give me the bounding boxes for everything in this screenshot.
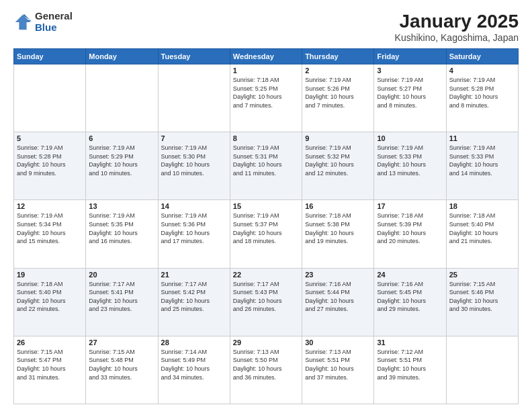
- table-row: 11Sunrise: 7:19 AM Sunset: 5:33 PM Dayli…: [446, 132, 518, 200]
- table-row: 31Sunrise: 7:12 AM Sunset: 5:51 PM Dayli…: [374, 336, 446, 404]
- table-row: 12Sunrise: 7:19 AM Sunset: 5:34 PM Dayli…: [14, 200, 86, 268]
- day-number: 8: [233, 134, 299, 142]
- logo-blue-label: Blue: [35, 22, 73, 34]
- day-info: Sunrise: 7:15 AM Sunset: 5:48 PM Dayligh…: [89, 348, 154, 381]
- calendar-week-row: 26Sunrise: 7:15 AM Sunset: 5:47 PM Dayli…: [14, 336, 519, 404]
- table-row: 21Sunrise: 7:17 AM Sunset: 5:42 PM Dayli…: [158, 268, 230, 336]
- table-row: 9Sunrise: 7:19 AM Sunset: 5:32 PM Daylig…: [302, 132, 374, 200]
- day-info: Sunrise: 7:19 AM Sunset: 5:26 PM Dayligh…: [305, 76, 371, 109]
- day-number: 7: [161, 134, 227, 142]
- table-row: 7Sunrise: 7:19 AM Sunset: 5:30 PM Daylig…: [158, 132, 230, 200]
- table-row: [14, 64, 86, 132]
- day-info: Sunrise: 7:15 AM Sunset: 5:46 PM Dayligh…: [449, 280, 515, 314]
- col-sunday: Sunday: [14, 49, 86, 64]
- day-number: 19: [17, 271, 83, 279]
- day-number: 31: [377, 338, 443, 347]
- table-row: 5Sunrise: 7:19 AM Sunset: 5:28 PM Daylig…: [14, 132, 86, 200]
- day-number: 13: [89, 202, 154, 210]
- page: General Blue January 2025 Kushikino, Kag…: [0, 0, 532, 411]
- day-number: 1: [233, 66, 299, 75]
- day-info: Sunrise: 7:19 AM Sunset: 5:33 PM Dayligh…: [449, 144, 515, 177]
- day-info: Sunrise: 7:17 AM Sunset: 5:42 PM Dayligh…: [161, 280, 227, 314]
- day-number: 3: [377, 66, 443, 75]
- day-info: Sunrise: 7:19 AM Sunset: 5:27 PM Dayligh…: [377, 76, 443, 109]
- day-info: Sunrise: 7:18 AM Sunset: 5:38 PM Dayligh…: [305, 212, 371, 245]
- day-number: 21: [161, 271, 227, 279]
- calendar-week-row: 5Sunrise: 7:19 AM Sunset: 5:28 PM Daylig…: [14, 132, 519, 200]
- logo-icon: [13, 13, 32, 32]
- table-row: 18Sunrise: 7:18 AM Sunset: 5:40 PM Dayli…: [446, 200, 518, 268]
- table-row: 1Sunrise: 7:18 AM Sunset: 5:25 PM Daylig…: [230, 64, 302, 132]
- calendar-week-row: 12Sunrise: 7:19 AM Sunset: 5:34 PM Dayli…: [14, 200, 519, 268]
- table-row: [86, 64, 158, 132]
- table-row: 30Sunrise: 7:13 AM Sunset: 5:51 PM Dayli…: [302, 336, 374, 404]
- day-number: 18: [449, 202, 515, 210]
- table-row: 17Sunrise: 7:18 AM Sunset: 5:39 PM Dayli…: [374, 200, 446, 268]
- calendar-title: January 2025: [395, 11, 519, 32]
- day-info: Sunrise: 7:19 AM Sunset: 5:29 PM Dayligh…: [89, 144, 154, 177]
- day-number: 11: [449, 134, 515, 142]
- day-number: 14: [161, 202, 227, 210]
- table-row: 24Sunrise: 7:16 AM Sunset: 5:45 PM Dayli…: [374, 268, 446, 336]
- day-number: 12: [17, 202, 83, 210]
- day-info: Sunrise: 7:19 AM Sunset: 5:36 PM Dayligh…: [161, 212, 227, 245]
- day-number: 25: [449, 271, 515, 279]
- day-info: Sunrise: 7:13 AM Sunset: 5:51 PM Dayligh…: [305, 348, 371, 381]
- day-number: 2: [305, 66, 371, 75]
- svg-marker-1: [15, 14, 30, 29]
- table-row: 13Sunrise: 7:19 AM Sunset: 5:35 PM Dayli…: [86, 200, 158, 268]
- table-row: 2Sunrise: 7:19 AM Sunset: 5:26 PM Daylig…: [302, 64, 374, 132]
- calendar-week-row: 1Sunrise: 7:18 AM Sunset: 5:25 PM Daylig…: [14, 64, 519, 132]
- table-row: 23Sunrise: 7:16 AM Sunset: 5:44 PM Dayli…: [302, 268, 374, 336]
- day-number: 4: [449, 66, 515, 75]
- calendar-header-row: Sunday Monday Tuesday Wednesday Thursday…: [14, 49, 519, 64]
- day-number: 20: [89, 271, 154, 279]
- day-number: 22: [233, 271, 299, 279]
- day-number: 26: [17, 338, 83, 347]
- table-row: 14Sunrise: 7:19 AM Sunset: 5:36 PM Dayli…: [158, 200, 230, 268]
- day-info: Sunrise: 7:15 AM Sunset: 5:47 PM Dayligh…: [17, 348, 83, 381]
- day-info: Sunrise: 7:16 AM Sunset: 5:44 PM Dayligh…: [305, 280, 371, 314]
- day-info: Sunrise: 7:17 AM Sunset: 5:43 PM Dayligh…: [233, 280, 299, 314]
- day-number: 9: [305, 134, 371, 142]
- day-number: 17: [377, 202, 443, 210]
- calendar-table: Sunday Monday Tuesday Wednesday Thursday…: [13, 48, 519, 404]
- logo: General Blue: [13, 11, 73, 33]
- day-info: Sunrise: 7:19 AM Sunset: 5:33 PM Dayligh…: [377, 144, 443, 177]
- day-number: 15: [233, 202, 299, 210]
- day-info: Sunrise: 7:19 AM Sunset: 5:28 PM Dayligh…: [17, 144, 83, 177]
- day-info: Sunrise: 7:19 AM Sunset: 5:32 PM Dayligh…: [305, 144, 371, 177]
- day-info: Sunrise: 7:19 AM Sunset: 5:35 PM Dayligh…: [89, 212, 154, 245]
- col-wednesday: Wednesday: [230, 49, 302, 64]
- calendar-subtitle: Kushikino, Kagoshima, Japan: [395, 32, 519, 43]
- col-friday: Friday: [374, 49, 446, 64]
- day-info: Sunrise: 7:13 AM Sunset: 5:50 PM Dayligh…: [233, 348, 299, 381]
- calendar-week-row: 19Sunrise: 7:18 AM Sunset: 5:40 PM Dayli…: [14, 268, 519, 336]
- day-info: Sunrise: 7:18 AM Sunset: 5:40 PM Dayligh…: [17, 280, 83, 314]
- table-row: 26Sunrise: 7:15 AM Sunset: 5:47 PM Dayli…: [14, 336, 86, 404]
- table-row: 22Sunrise: 7:17 AM Sunset: 5:43 PM Dayli…: [230, 268, 302, 336]
- day-info: Sunrise: 7:18 AM Sunset: 5:40 PM Dayligh…: [449, 212, 515, 245]
- table-row: 10Sunrise: 7:19 AM Sunset: 5:33 PM Dayli…: [374, 132, 446, 200]
- title-block: January 2025 Kushikino, Kagoshima, Japan: [395, 11, 519, 43]
- table-row: 29Sunrise: 7:13 AM Sunset: 5:50 PM Dayli…: [230, 336, 302, 404]
- day-info: Sunrise: 7:12 AM Sunset: 5:51 PM Dayligh…: [377, 348, 443, 381]
- table-row: 8Sunrise: 7:19 AM Sunset: 5:31 PM Daylig…: [230, 132, 302, 200]
- day-info: Sunrise: 7:18 AM Sunset: 5:25 PM Dayligh…: [233, 76, 299, 109]
- table-row: 25Sunrise: 7:15 AM Sunset: 5:46 PM Dayli…: [446, 268, 518, 336]
- day-info: Sunrise: 7:19 AM Sunset: 5:34 PM Dayligh…: [17, 212, 83, 245]
- day-info: Sunrise: 7:19 AM Sunset: 5:37 PM Dayligh…: [233, 212, 299, 245]
- day-info: Sunrise: 7:14 AM Sunset: 5:49 PM Dayligh…: [161, 348, 227, 381]
- table-row: [446, 336, 518, 404]
- day-number: 16: [305, 202, 371, 210]
- day-info: Sunrise: 7:19 AM Sunset: 5:28 PM Dayligh…: [449, 76, 515, 109]
- day-info: Sunrise: 7:18 AM Sunset: 5:39 PM Dayligh…: [377, 212, 443, 245]
- day-number: 29: [233, 338, 299, 347]
- day-number: 30: [305, 338, 371, 347]
- logo-general-label: General: [35, 11, 73, 22]
- table-row: 20Sunrise: 7:17 AM Sunset: 5:41 PM Dayli…: [86, 268, 158, 336]
- table-row: 16Sunrise: 7:18 AM Sunset: 5:38 PM Dayli…: [302, 200, 374, 268]
- table-row: 4Sunrise: 7:19 AM Sunset: 5:28 PM Daylig…: [446, 64, 518, 132]
- day-number: 27: [89, 338, 154, 347]
- day-number: 24: [377, 271, 443, 279]
